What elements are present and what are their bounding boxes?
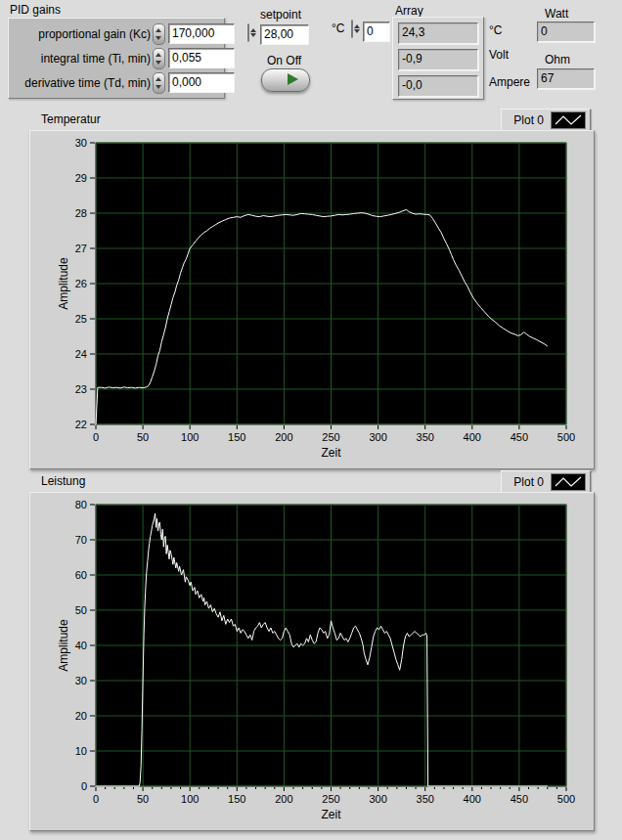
temperatur-chart: Temperatur Plot 0 0501001502002503003504…: [29, 109, 593, 468]
x-tick-label: 150: [228, 793, 245, 805]
x-tick-label: 100: [181, 431, 199, 443]
legend-label: Plot 0: [513, 475, 544, 489]
legend-swatch-icon: [551, 473, 586, 491]
x-tick-label: 500: [557, 793, 575, 805]
celsius-input[interactable]: 0: [363, 22, 390, 42]
x-tick-label: 500: [557, 431, 575, 443]
y-tick-label: 80: [75, 499, 87, 510]
unit-label-ampere: Ampere: [489, 75, 530, 89]
pid-kc-input[interactable]: 170,000: [168, 23, 235, 44]
y-tick-label: 0: [81, 780, 87, 792]
x-tick-label: 400: [464, 793, 481, 805]
x-tick-label: 450: [511, 793, 528, 805]
y-tick-label: 27: [75, 243, 87, 254]
leistung-chart: Leistung Plot 0 050100150200250300350400…: [29, 470, 593, 830]
ohm-indicator: 67: [537, 68, 595, 89]
y-tick-label: 23: [75, 383, 87, 395]
y-tick-label: 22: [75, 419, 87, 430]
y-tick-label: 70: [75, 534, 87, 546]
x-tick-label: 150: [228, 431, 245, 443]
pid-td-spinner[interactable]: [153, 72, 165, 94]
y-tick-label: 24: [75, 348, 87, 360]
leistung-plot-legend[interactable]: Plot 0: [501, 470, 591, 494]
y-tick-label: 40: [75, 640, 87, 651]
x-tick-label: 400: [464, 431, 481, 443]
array-element-1: -0,9: [398, 49, 478, 70]
x-tick-label: 50: [137, 431, 149, 443]
play-arrow-icon: [288, 73, 298, 85]
pid-row-td: derivative time (Td, min) 0,000: [14, 72, 235, 93]
legend-swatch-icon: [551, 111, 586, 129]
x-tick-label: 0: [93, 431, 99, 443]
leistung-plot: 0501001502002503003504004505000102030405…: [29, 492, 595, 831]
pid-td-input[interactable]: 0,000: [168, 72, 235, 93]
y-tick-label: 28: [75, 207, 87, 219]
pid-group: proportional gain (Kc) 170,000 integral …: [8, 18, 225, 99]
temperatur-plot-legend[interactable]: Plot 0: [501, 109, 591, 132]
y-tick-label: 10: [75, 745, 87, 757]
x-tick-label: 200: [275, 793, 292, 805]
setpoint-input[interactable]: 28,00: [260, 24, 309, 45]
x-tick-label: 50: [137, 793, 149, 805]
array-element-0: 24,3: [398, 22, 478, 44]
setpoint-label: setpoint: [260, 8, 301, 22]
unit-label-celsius: °C: [489, 23, 502, 37]
y-tick-label: 60: [75, 569, 87, 581]
y-tick-label: 20: [75, 710, 87, 722]
ohm-label: Ohm: [545, 53, 570, 66]
pid-td-label: derivative time (Td, min): [14, 76, 151, 90]
pid-row-kc: proportional gain (Kc) 170,000: [14, 23, 235, 44]
celsius-spinner[interactable]: [351, 20, 353, 38]
legend-label: Plot 0: [513, 113, 544, 127]
y-tick-label: 25: [75, 313, 87, 325]
array-container: 24,3 -0,9 -0,0: [392, 17, 484, 100]
setpoint-spinner[interactable]: [247, 23, 249, 42]
watt-indicator: 0: [537, 22, 595, 42]
pid-kc-spinner[interactable]: [153, 23, 165, 45]
onoff-label: On Off: [267, 54, 301, 67]
x-axis-label: Zeit: [321, 808, 341, 821]
temperatur-plot: 0501001502002503003504004505002223242526…: [29, 130, 595, 469]
labview-front-panel: PID gains proportional gain (Kc) 170,000…: [0, 0, 622, 840]
x-tick-label: 350: [417, 793, 434, 805]
x-tick-label: 350: [417, 431, 434, 443]
array-label: Array: [395, 4, 423, 18]
array-element-2: -0,0: [398, 75, 478, 97]
x-tick-label: 300: [369, 793, 386, 805]
y-tick-label: 29: [75, 172, 87, 184]
celsius-control-label: °C: [332, 22, 344, 35]
y-tick-label: 30: [75, 675, 87, 686]
unit-label-volt: Volt: [489, 48, 509, 62]
x-tick-label: 250: [322, 793, 339, 805]
x-axis-label: Zeit: [321, 446, 341, 460]
onoff-button[interactable]: [261, 68, 310, 92]
pid-ti-spinner[interactable]: [153, 48, 165, 69]
pid-kc-label: proportional gain (Kc): [14, 27, 151, 41]
y-tick-label: 26: [75, 278, 87, 289]
watt-label: Watt: [545, 7, 568, 21]
x-tick-label: 450: [511, 431, 528, 443]
x-tick-label: 100: [181, 793, 199, 805]
x-tick-label: 300: [369, 431, 386, 443]
y-tick-label: 30: [75, 137, 87, 149]
x-tick-label: 0: [93, 793, 99, 805]
x-tick-label: 200: [275, 431, 292, 443]
pid-ti-label: integral time (Ti, min): [14, 52, 151, 66]
y-axis-label: Amplitude: [57, 619, 70, 672]
pid-group-label: PID gains: [10, 3, 61, 17]
x-tick-label: 250: [322, 431, 339, 443]
pid-ti-input[interactable]: 0,055: [168, 48, 235, 68]
leistung-chart-title: Leistung: [41, 474, 85, 488]
y-tick-label: 50: [75, 604, 87, 616]
temperatur-chart-title: Temperatur: [41, 112, 101, 126]
pid-row-ti: integral time (Ti, min) 0,055: [14, 48, 235, 68]
y-axis-label: Amplitude: [57, 257, 70, 310]
